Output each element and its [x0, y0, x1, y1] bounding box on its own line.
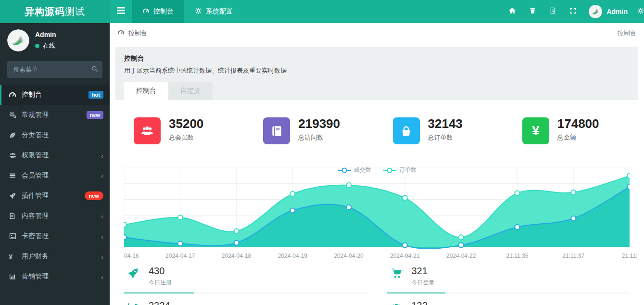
sidebar-item-content[interactable]: 内容管理 ‹ — [0, 206, 110, 226]
x-axis-label: 21:11: — [622, 253, 637, 259]
online-dot-icon — [35, 44, 39, 48]
x-axis-label: 2024-04-18 — [222, 253, 251, 259]
stat-card-visits: 219390 总访问数 — [253, 109, 370, 156]
stat-value: 219390 — [298, 117, 340, 130]
users-group-icon — [134, 117, 161, 144]
topnav-item-label: 系统配置 — [206, 7, 233, 16]
orders-chart: 成交数订单数 04-162024-04-172024-04-182024-04-… — [124, 165, 630, 261]
avatar — [589, 5, 602, 18]
breadcrumb-current[interactable]: 控制台 — [128, 29, 147, 38]
stat-label: 总订单数 — [428, 133, 463, 142]
sidebar-item-dashboard[interactable]: 控制台 hot — [0, 85, 110, 105]
mini-stat-today-orders: 2324 今日订单 — [124, 300, 367, 305]
sidebar-item-plugins[interactable]: 插件管理 new — [0, 186, 110, 206]
sidebar-toggle-button[interactable] — [110, 0, 132, 23]
sidebar-item-category[interactable]: 分类管理 — [0, 125, 110, 145]
legend-marker-icon — [383, 167, 396, 173]
search-button[interactable] — [87, 61, 102, 78]
sidebar-user-name: Admin — [35, 31, 56, 38]
sidebar-item-cardkey[interactable]: 卡密管理 ‹ — [0, 226, 110, 246]
chevron-left-icon: ‹ — [101, 273, 103, 280]
mini-stats: 430 今日注册 321 今日登录 — [124, 266, 630, 305]
x-axis-label: 2024-04-21 — [390, 253, 419, 259]
sidebar-user-panel: Admin 在线 — [0, 23, 110, 56]
hamburger-icon — [117, 7, 125, 16]
cogs-icon — [9, 111, 22, 119]
app-title-bold: 异构源码 — [25, 5, 65, 18]
list-icon — [9, 172, 22, 179]
mini-stat-register: 430 今日注册 — [124, 266, 367, 293]
tab-dashboard[interactable]: 控制台 — [124, 82, 168, 100]
user-menu[interactable]: Admin — [583, 5, 633, 18]
stat-value: 35200 — [169, 117, 203, 130]
chevron-left-icon: ‹ — [101, 172, 103, 179]
mini-stat-value: 132 — [412, 300, 441, 305]
settings-button[interactable] — [633, 0, 644, 23]
x-axis-label: 2024-04-22 — [446, 253, 476, 259]
tab-custom[interactable]: 自定义 — [168, 82, 213, 100]
mini-stat-value: 430 — [149, 266, 172, 277]
progress-bar — [387, 292, 630, 293]
gear-icon — [195, 7, 202, 16]
mini-stat-pending-orders: 132 未处理订单 — [387, 300, 630, 305]
progress-bar — [124, 292, 367, 293]
dashboard-panel: 控制台 用于展示当前系统中的统计数据、统计报表及重要实时数据 控制台 自定义 3… — [115, 47, 638, 305]
sidebar-item-members[interactable]: 会员管理 ‹ — [0, 165, 110, 186]
user-name: Admin — [606, 8, 628, 15]
topnav-item-dashboard[interactable]: 控制台 — [132, 0, 184, 23]
image-icon — [9, 232, 22, 240]
home-button[interactable] — [502, 0, 522, 23]
topbar-right: Admin — [502, 0, 644, 23]
avatar[interactable] — [7, 29, 29, 51]
stat-value: 174800 — [557, 117, 599, 130]
chart-legend: 成交数订单数 — [338, 166, 417, 174]
stat-cards: 35200 总会员数 219390 总访问数 — [124, 109, 630, 156]
rocket-icon — [127, 266, 141, 281]
sidebar-item-finance[interactable]: ¥ 用户财务 ‹ — [0, 246, 110, 267]
area-chart-canvas[interactable] — [124, 165, 630, 249]
legend-item[interactable]: 成交数 — [338, 166, 371, 174]
x-axis-label: 21:11:37 — [562, 253, 584, 259]
panel-title: 控制台 — [124, 54, 630, 63]
clear-cache-button[interactable] — [522, 0, 543, 23]
sidebar: Admin 在线 控制台 hot 常规管理 new — [0, 23, 110, 305]
breadcrumb: 控制台 控制台 — [110, 23, 644, 43]
log-button[interactable] — [543, 0, 563, 23]
topnav-item-config[interactable]: 系统配置 — [184, 0, 243, 23]
gear-icon — [633, 7, 644, 16]
chevron-left-icon: ‹ — [101, 233, 103, 240]
sidebar-search — [7, 61, 102, 78]
dashboard-icon — [117, 29, 125, 38]
sidebar-item-marketing[interactable]: 营销管理 ‹ — [0, 267, 110, 287]
log-icon — [549, 7, 556, 16]
cart-icon — [390, 266, 404, 281]
sidebar-user-status: 在线 — [35, 41, 56, 50]
new-badge: new — [87, 111, 103, 119]
x-axis-label: 2024-04-19 — [278, 253, 307, 259]
main-content: 控制台 控制台 控制台 用于展示当前系统中的统计数据、统计报表及重要实时数据 控… — [110, 23, 644, 305]
stat-label: 总金额 — [557, 133, 599, 142]
app-logo[interactable]: 异构源码测试 — [0, 0, 110, 23]
breadcrumb-right: 控制台 — [618, 29, 636, 38]
leaf-icon — [9, 131, 22, 139]
bar-chart-icon — [9, 273, 22, 280]
yen-icon: ¥ — [522, 117, 549, 144]
sidebar-item-permissions[interactable]: 权限管理 ‹ — [0, 145, 110, 165]
x-axis-label: 2024-04-17 — [165, 253, 195, 259]
mini-stat-label: 今日注册 — [149, 279, 172, 287]
trend-up-icon — [127, 300, 141, 305]
stat-card-members: 35200 总会员数 — [124, 109, 241, 156]
rocket-icon — [9, 192, 22, 200]
mini-stat-value: 2324 — [149, 300, 172, 305]
users-group-icon — [390, 300, 404, 305]
fullscreen-button[interactable] — [563, 0, 583, 23]
stat-value: 32143 — [428, 117, 463, 130]
dashboard-icon — [9, 91, 22, 99]
expand-icon — [569, 7, 577, 16]
legend-item[interactable]: 订单数 — [383, 166, 417, 174]
x-axis-label: 2024-04-20 — [334, 253, 363, 259]
sidebar-item-general[interactable]: 常规管理 new — [0, 105, 110, 125]
new-badge: new — [85, 191, 103, 200]
dashboard-icon — [142, 7, 150, 16]
chevron-left-icon: ‹ — [101, 213, 103, 220]
